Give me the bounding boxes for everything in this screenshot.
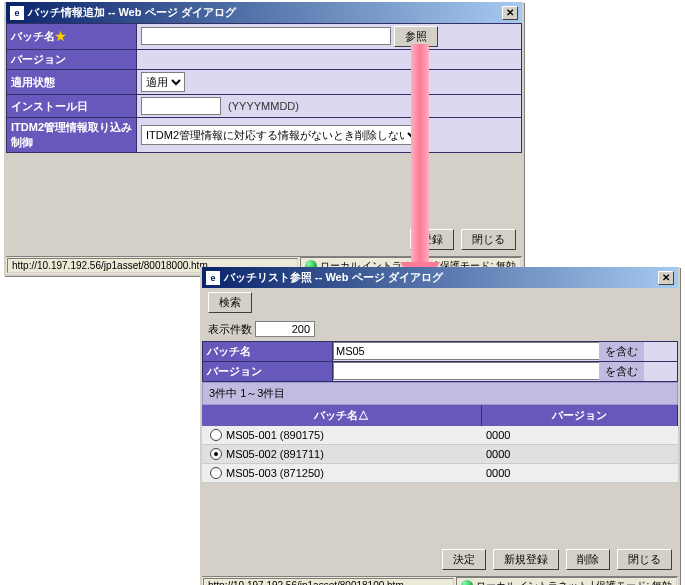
close-button[interactable]: 閉じる [461, 229, 516, 250]
patch-name-input[interactable] [141, 27, 391, 45]
count-input[interactable] [255, 321, 315, 337]
status-zone: ローカル イントラネット | 保護モード: 無効 [456, 577, 678, 586]
row-version: 0000 [482, 448, 678, 460]
col-header-version[interactable]: バージョン [482, 405, 678, 426]
titlebar[interactable]: e バッチ情報追加 -- Web ページ ダイアログ ✕ [6, 2, 522, 23]
search-form: バッチ名 を含む バージョン を含む [202, 341, 678, 382]
result-info: 3件中 1～3件目 [202, 382, 678, 405]
zone-icon [461, 580, 473, 585]
suffix-contains: を含む [599, 342, 644, 361]
window-title: バッチ情報追加 -- Web ページ ダイアログ [28, 5, 502, 20]
col-header-patch[interactable]: バッチ名△ [202, 405, 482, 426]
label-patch-name: バッチ名★ [7, 24, 137, 50]
decide-button[interactable]: 決定 [442, 549, 486, 570]
table-row[interactable]: MS05-001 (890175) 0000 [202, 426, 678, 445]
radio-icon[interactable] [210, 448, 222, 460]
suffix-contains: を含む [599, 362, 644, 381]
status-url: http://10.197.192.56/jp1asset/80018100.h… [203, 578, 454, 585]
delete-button[interactable]: 削除 [566, 549, 610, 570]
form-table: バッチ名★ 参照 バージョン 適用状態 適用 イン [6, 23, 522, 153]
apply-state-select[interactable]: 適用 [141, 72, 185, 92]
close-button[interactable]: 閉じる [617, 549, 672, 570]
label-version: バージョン [203, 362, 333, 382]
button-row: 登録 閉じる [6, 223, 522, 256]
itdm2-select[interactable]: ITDM2管理情報に対応する情報がないとき削除しない [141, 125, 421, 145]
count-label: 表示件数 [208, 323, 252, 335]
titlebar[interactable]: e バッチリスト参照 -- Web ページ ダイアログ ✕ [202, 267, 678, 288]
label-patch-name: バッチ名 [203, 342, 333, 362]
app-icon: e [10, 6, 24, 20]
label-itdm2: ITDM2管理情報取り込み制御 [7, 118, 137, 153]
statusbar: http://10.197.192.56/jp1asset/80018100.h… [202, 576, 678, 585]
row-patch-name: MS05-003 (871250) [226, 467, 324, 479]
label-install-date: インストール日 [7, 95, 137, 118]
patch-list-dialog: e バッチリスト参照 -- Web ページ ダイアログ ✕ 検索 表示件数 バッ… [200, 267, 680, 585]
browse-button[interactable]: 参照 [394, 26, 438, 47]
button-row: 決定 新規登録 削除 閉じる [202, 543, 678, 576]
search-button[interactable]: 検索 [208, 292, 252, 313]
date-hint: (YYYYMMDD) [224, 100, 299, 112]
radio-icon[interactable] [210, 467, 222, 479]
result-header: バッチ名△ バージョン [202, 405, 678, 426]
patch-add-dialog: e バッチ情報追加 -- Web ページ ダイアログ ✕ バッチ名★ 参照 バー… [4, 2, 524, 276]
table-row[interactable]: MS05-003 (871250) 0000 [202, 464, 678, 483]
radio-icon[interactable] [210, 429, 222, 441]
row-version: 0000 [482, 429, 678, 441]
new-register-button[interactable]: 新規登録 [493, 549, 559, 570]
row-patch-name: MS05-001 (890175) [226, 429, 324, 441]
label-version: バージョン [7, 50, 137, 70]
close-icon[interactable]: ✕ [502, 6, 518, 20]
row-version: 0000 [482, 467, 678, 479]
result-list: MS05-001 (890175) 0000 MS05-002 (891711)… [202, 426, 678, 483]
close-icon[interactable]: ✕ [658, 271, 674, 285]
row-patch-name: MS05-002 (891711) [226, 448, 324, 460]
window-title: バッチリスト参照 -- Web ページ ダイアログ [224, 270, 658, 285]
register-button[interactable]: 登録 [410, 229, 454, 250]
search-version-input[interactable] [333, 362, 603, 380]
label-apply-state: 適用状態 [7, 70, 137, 95]
search-patch-name-input[interactable] [333, 342, 603, 360]
table-row[interactable]: MS05-002 (891711) 0000 [202, 445, 678, 464]
install-date-input[interactable] [141, 97, 221, 115]
app-icon: e [206, 271, 220, 285]
